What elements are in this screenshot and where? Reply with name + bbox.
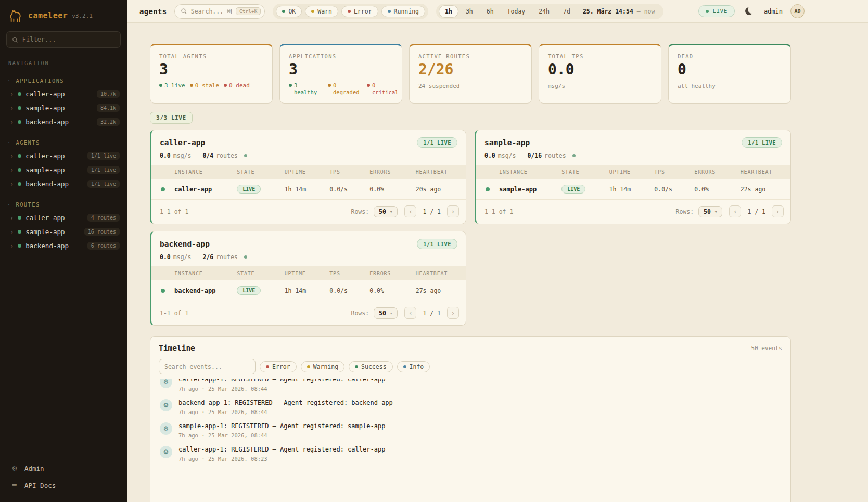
timeline-search-input[interactable] (164, 363, 250, 370)
sidebar-filter[interactable] (6, 31, 121, 48)
section-header-applications[interactable]: · APPLICATIONS (6, 75, 121, 87)
time-range-display: 25. März 14:54 — now (578, 8, 661, 15)
docs-icon: ≡ (10, 482, 19, 490)
filter-pill-ok[interactable]: OK (276, 6, 302, 17)
sidebar-item-agents-backend-app[interactable]: › backend-app 1/1 live (6, 177, 121, 191)
timeline-event[interactable]: ⚙ caller-app-1: REGISTERED — Agent regis… (159, 442, 782, 466)
cell-heartbeat: 20s ago (416, 186, 466, 193)
sidebar-item-applications-sample-app[interactable]: › sample-app 84.1k (6, 101, 121, 115)
main-content: TOTAL AGENTS 3 3 live 0 stale 0 dead APP… (127, 23, 868, 502)
col-state: STATE (237, 169, 284, 175)
time-range-3h[interactable]: 3h (459, 5, 479, 18)
col-heartbeat: HEARTBEAT (416, 169, 466, 175)
filter-pill-error[interactable]: Error (341, 6, 378, 17)
warn-status-dot (311, 10, 314, 13)
stat-label: APPLICATIONS (289, 53, 393, 59)
next-page-button[interactable]: › (447, 307, 459, 319)
section-label: APPLICATIONS (16, 78, 64, 84)
col-instance: INSTANCE (174, 271, 237, 276)
col-heartbeat: HEARTBEAT (416, 271, 466, 276)
error-status-dot (348, 10, 351, 13)
nav-section-label: NAVIGATION (8, 60, 119, 66)
table-row[interactable]: backend-app LIVE 1h 14m 0.0/s 0.0% 27s a… (151, 280, 466, 301)
time-range-today[interactable]: Today (501, 5, 532, 18)
status-dot (159, 84, 162, 87)
event-time: 7h ago · 25 Mar 2026, 08:44 (178, 385, 385, 392)
search-placeholder: Search... ⌘K (191, 8, 232, 15)
prev-page-button[interactable]: ‹ (729, 205, 741, 217)
sidebar-item-agents-sample-app[interactable]: › sample-app 1/1 live (6, 163, 121, 177)
timeline-event[interactable]: ⚙ caller-app-1: REGISTERED — Agent regis… (159, 379, 782, 395)
avatar[interactable]: AD (790, 4, 805, 18)
timeline-filter-success[interactable]: Success (349, 361, 392, 372)
sidebar-item-agents-caller-app[interactable]: › caller-app 1/1 live (6, 149, 121, 163)
time-range-7d[interactable]: 7d (557, 5, 577, 18)
row-range-text: 1-1 of 1 (160, 310, 188, 317)
sidebar-item-label: sample-app (25, 228, 65, 236)
app-live-badge: 1/1 LIVE (417, 137, 457, 148)
table-row[interactable]: caller-app LIVE 1h 14m 0.0/s 0.0% 20s ag… (151, 179, 466, 200)
sidebar-filter-input[interactable] (22, 36, 115, 43)
stat-value: 0.0 (548, 62, 652, 78)
col-heartbeat: HEARTBEAT (741, 169, 790, 175)
rows-per-page-select[interactable]: 50 ▾ (698, 206, 722, 217)
section-header-routes[interactable]: · ROUTES (6, 199, 121, 211)
timeline-filter-info[interactable]: Info (397, 361, 430, 372)
chevron-down-icon: ▾ (714, 209, 717, 214)
sidebar-item-routes-backend-app[interactable]: › backend-app 6 routes (6, 239, 121, 253)
search-input[interactable]: Search... ⌘K Ctrl+K (174, 4, 265, 19)
prev-page-button[interactable]: ‹ (404, 307, 416, 319)
rate-value: 0.0 (484, 152, 495, 159)
main-column: agents Search... ⌘K Ctrl+K OK Warn Error (127, 0, 868, 502)
time-range-24h[interactable]: 24h (532, 5, 556, 18)
time-range-1h[interactable]: 1h (439, 5, 458, 18)
col-state: STATE (237, 271, 284, 276)
filter-pill-warn[interactable]: Warn (305, 6, 338, 17)
sidebar-item-api-docs[interactable]: ≡ API Docs (6, 478, 121, 494)
stat-label: TOTAL TPS (548, 53, 652, 59)
chevron-right-icon: › (10, 243, 14, 249)
topbar: agents Search... ⌘K Ctrl+K OK Warn Error (127, 0, 868, 23)
timeline-filter-warning[interactable]: Warning (301, 361, 344, 372)
instance-status-dot (161, 187, 165, 191)
rows-per-page-select[interactable]: 50 ▾ (374, 206, 398, 217)
sidebar-item-routes-sample-app[interactable]: › sample-app 16 routes (6, 225, 121, 239)
table-row[interactable]: sample-app LIVE 1h 14m 0.0/s 0.0% 22s ag… (476, 179, 790, 200)
live-status-badge[interactable]: LIVE (698, 5, 735, 17)
event-title: sample-app-1: REGISTERED — Agent registe… (178, 422, 385, 430)
sidebar-item-admin[interactable]: ⚙ Admin (6, 460, 121, 477)
timeline-events-list[interactable]: ⚙ caller-app-1: REGISTERED — Agent regis… (159, 379, 782, 502)
sidebar-item-applications-backend-app[interactable]: › backend-app 32.2k (6, 115, 121, 129)
api-docs-label: API Docs (24, 482, 56, 490)
sidebar-item-badge: 32.2k (97, 118, 120, 126)
cell-errors: 0.0% (369, 287, 416, 294)
next-page-button[interactable]: › (772, 205, 784, 217)
cell-heartbeat: 22s ago (741, 186, 790, 193)
app-card-metrics: 0.0 msg/s 0/4 routes (151, 151, 466, 165)
timeline-search[interactable] (159, 359, 256, 374)
app-card-title: backend-app (160, 240, 210, 248)
timeline-event[interactable]: ⚙ backend-app-1: REGISTERED — Agent regi… (159, 395, 782, 419)
sidebar-item-applications-caller-app[interactable]: › caller-app 10.7k (6, 87, 121, 101)
chevron-right-icon: › (10, 167, 14, 173)
stat-card-applications: APPLICATIONS 3 3 healthy 0 degraded 0 cr… (279, 44, 402, 104)
filter-pill-running[interactable]: Running (381, 6, 425, 17)
prev-page-button[interactable]: ‹ (404, 205, 416, 217)
timeline-filter-error[interactable]: Error (260, 361, 297, 372)
chevron-down-icon: ▾ (390, 209, 392, 214)
next-page-button[interactable]: › (447, 205, 459, 217)
filter-pill-label: Running (394, 8, 419, 15)
filter-pill-label: Warn (317, 8, 332, 15)
app-card-caller-app: caller-app 1/1 LIVE 0.0 msg/s 0/4 routes… (150, 130, 466, 224)
app-name: cameleer (28, 11, 68, 20)
sidebar-item-routes-caller-app[interactable]: › caller-app 4 routes (6, 211, 121, 225)
app-card-title: caller-app (160, 138, 205, 147)
section-header-agents[interactable]: · AGENTS (6, 137, 121, 149)
rows-per-page-select[interactable]: 50 ▾ (374, 307, 398, 319)
dark-mode-toggle[interactable] (743, 5, 756, 18)
app-live-badge: 1/1 LIVE (417, 239, 457, 249)
cell-uptime: 1h 14m (285, 186, 330, 193)
time-range-6h[interactable]: 6h (480, 5, 500, 18)
section-toggle-icon: · (7, 202, 11, 208)
timeline-event[interactable]: ⚙ sample-app-1: REGISTERED — Agent regis… (159, 419, 782, 442)
